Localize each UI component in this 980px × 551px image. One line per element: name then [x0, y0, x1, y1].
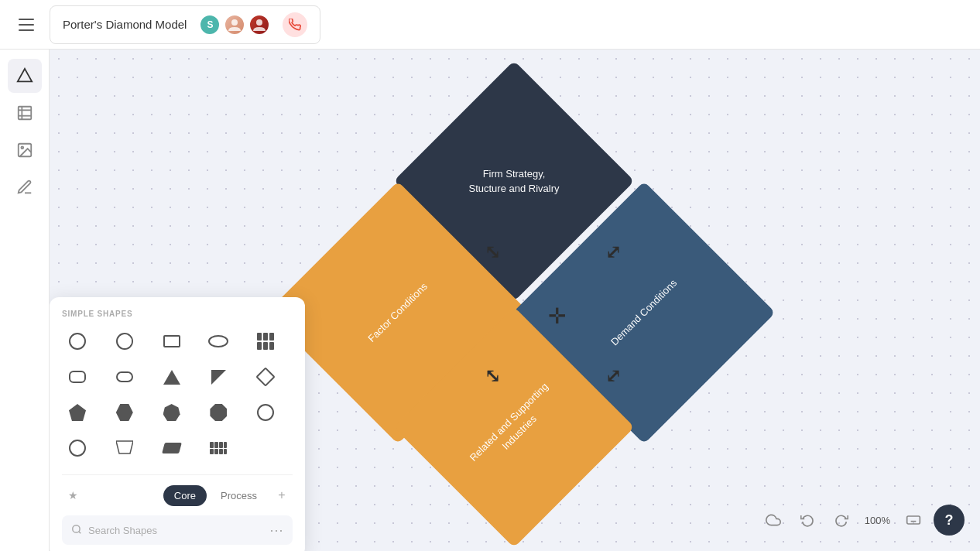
shape-pentagon[interactable]: [62, 397, 93, 428]
cloud-icon[interactable]: [759, 506, 787, 534]
redo-button[interactable]: [828, 506, 855, 534]
shape-hexagon[interactable]: [109, 397, 140, 428]
shape-diamond[interactable]: [250, 361, 281, 392]
tab-add-button[interactable]: +: [271, 484, 293, 506]
document-title: Porter's Diamond Model: [63, 18, 187, 31]
shape-oval[interactable]: [203, 326, 234, 357]
diamond-bottom[interactable]: Related and SupportingIndustries: [429, 342, 599, 512]
shape-table[interactable]: [250, 326, 281, 357]
svg-marker-2: [17, 69, 31, 82]
sidebar-item-images[interactable]: [8, 133, 42, 167]
search-input[interactable]: [88, 525, 263, 536]
sidebar-item-shapes[interactable]: [8, 59, 42, 93]
search-icon: [71, 524, 82, 537]
shape-roundrect2[interactable]: [109, 361, 140, 392]
sidebar-item-frames[interactable]: [8, 96, 42, 130]
avatar-2: [248, 14, 270, 36]
shape-triangle[interactable]: [156, 361, 187, 392]
search-bar[interactable]: ⋯: [62, 515, 293, 545]
shape-circle3[interactable]: [62, 433, 93, 464]
shape-roundrect[interactable]: [62, 361, 93, 392]
svg-line-11: [79, 531, 81, 533]
header: Porter's Diamond Model S: [0, 0, 980, 50]
menu-button[interactable]: [12, 11, 40, 39]
shape-heptagon[interactable]: [156, 397, 187, 428]
shape-circle2[interactable]: [250, 397, 281, 428]
phone-button[interactable]: [283, 12, 307, 37]
svg-point-10: [73, 525, 80, 532]
bottom-toolbar: 100% ?: [759, 505, 965, 536]
panel-tabs: ★ Core Process +: [62, 474, 293, 506]
sidebar-item-draw[interactable]: [8, 170, 42, 204]
avatar-1: [224, 14, 245, 36]
shape-trapezoid-item[interactable]: [109, 433, 140, 464]
undo-button[interactable]: [793, 506, 821, 534]
shape-parallelogram[interactable]: [156, 433, 187, 464]
help-button[interactable]: ?: [934, 505, 965, 536]
svg-point-1: [256, 19, 262, 26]
shape-crescent[interactable]: [109, 326, 140, 357]
tab-core[interactable]: Core: [163, 485, 207, 506]
shapes-grid: [62, 326, 293, 464]
canvas[interactable]: Firm Strategy,Stucture and Rivalry Facto…: [50, 50, 980, 551]
tab-process[interactable]: Process: [210, 485, 268, 506]
svg-point-0: [231, 19, 238, 26]
shape-circle[interactable]: [62, 326, 93, 357]
collaborators: S: [199, 14, 270, 36]
sidebar: [0, 50, 50, 551]
shape-octagon[interactable]: [203, 397, 234, 428]
tab-star-icon[interactable]: ★: [62, 484, 84, 506]
section-label: SIMPLE SHAPES: [62, 310, 293, 318]
shape-grid-item[interactable]: [203, 433, 234, 464]
svg-rect-12: [907, 516, 920, 524]
shape-empty: [250, 433, 281, 464]
shape-panel: SIMPLE SHAPES: [50, 297, 305, 551]
title-box: Porter's Diamond Model S: [50, 5, 320, 44]
more-options-icon[interactable]: ⋯: [269, 522, 283, 539]
keyboard-icon[interactable]: [899, 506, 927, 534]
shape-rect[interactable]: [156, 326, 187, 357]
avatar-s: S: [199, 14, 221, 36]
svg-rect-3: [18, 107, 31, 120]
svg-point-8: [21, 146, 23, 149]
zoom-level: 100%: [862, 515, 893, 526]
shape-right-triangle[interactable]: [203, 361, 234, 392]
main-area: Firm Strategy,Stucture and Rivalry Facto…: [0, 50, 980, 551]
svg-marker-9: [116, 441, 133, 453]
